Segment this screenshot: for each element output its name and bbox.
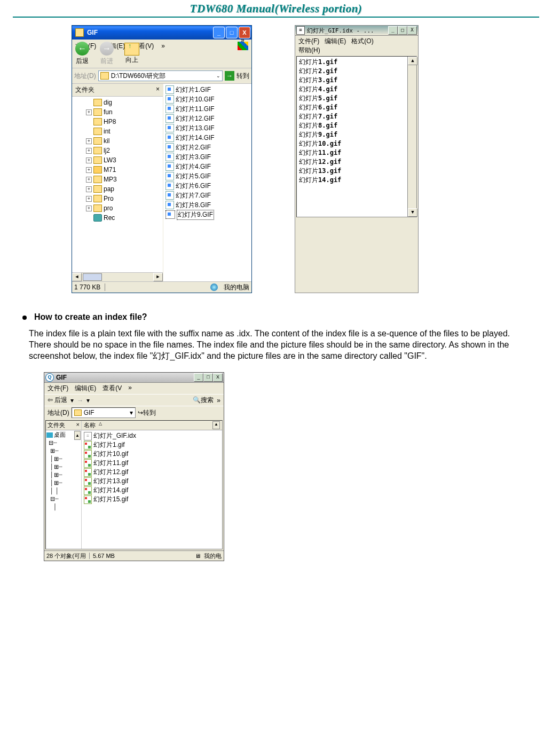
- file-item[interactable]: 幻灯片11.GIF: [165, 104, 249, 114]
- back-label: 后退: [76, 57, 89, 66]
- file-item[interactable]: 幻灯片5.GIF: [165, 171, 249, 181]
- tree-item[interactable]: dig: [74, 98, 163, 107]
- tree-item[interactable]: +fun: [74, 107, 163, 117]
- back-dropdown[interactable]: ▾: [70, 397, 74, 404]
- minimize-button[interactable]: _: [213, 27, 225, 38]
- section-body: The index file is a plain text file with…: [29, 328, 529, 361]
- notepad-text-area[interactable]: 幻灯片1.gif 幻灯片2.gif 幻灯片3.gif 幻灯片4.gif 幻灯片5…: [297, 57, 407, 217]
- image-file-icon: [165, 172, 174, 180]
- menu-format[interactable]: 格式(O): [351, 37, 373, 45]
- tree-item[interactable]: +pro: [74, 203, 163, 213]
- back-button[interactable]: ← 后退: [75, 42, 89, 66]
- address-path: D:\TDW660\研究部: [111, 72, 165, 81]
- menu-file[interactable]: 文件(F): [48, 384, 68, 393]
- file-item[interactable]: 幻灯片14.gif: [84, 486, 220, 495]
- notepad-titlebar[interactable]: ≡ 幻灯片_GIF.idx - ... _ □ X: [295, 26, 418, 36]
- image-file-icon: [165, 191, 174, 200]
- file-item[interactable]: 幻灯片4.GIF: [165, 162, 249, 171]
- maximize-button[interactable]: □: [203, 373, 213, 382]
- file-item[interactable]: 幻灯片12.gif: [84, 468, 220, 477]
- file-item[interactable]: 幻灯片1.GIF: [165, 85, 249, 94]
- notepad-title: 幻灯片_GIF.idx - ...: [307, 27, 374, 35]
- menu-view[interactable]: 查看(V: [102, 384, 122, 393]
- tree-item[interactable]: +LW3: [74, 155, 163, 165]
- tree-close-icon[interactable]: ×: [76, 421, 80, 429]
- menu-file[interactable]: 文件(F): [298, 37, 319, 45]
- titlebar[interactable]: Q GIF _ □ X: [44, 373, 224, 383]
- maximize-button[interactable]: □: [226, 27, 238, 38]
- tree-item[interactable]: +lj2: [74, 146, 163, 155]
- window-title: GIF: [56, 374, 67, 381]
- address-label: 地址(D): [48, 408, 69, 418]
- up-button[interactable]: 向上: [124, 43, 139, 65]
- menu-more[interactable]: »: [128, 384, 132, 393]
- menu-edit[interactable]: 编辑(E): [325, 37, 346, 45]
- notepad-window: ≡ 幻灯片_GIF.idx - ... _ □ X 文件(F) 编辑(E) 格式…: [295, 25, 419, 293]
- file-item[interactable]: 幻灯片1.gif: [84, 440, 220, 450]
- tree-item[interactable]: +pap: [74, 184, 163, 194]
- toolbar-more[interactable]: »: [241, 36, 245, 44]
- section-heading-text: How to create an index file?: [34, 312, 147, 322]
- file-item[interactable]: 幻灯片7.GIF: [165, 191, 249, 200]
- file-item[interactable]: 幻灯片10.gif: [84, 450, 220, 459]
- file-item[interactable]: 幻灯片9.GIF: [165, 210, 249, 219]
- file-item[interactable]: 幻灯片13.GIF: [165, 123, 249, 133]
- tree-scrollbar[interactable]: ◄►: [72, 272, 163, 281]
- tree-item[interactable]: HP8: [74, 117, 163, 127]
- tree-item[interactable]: +kil: [74, 136, 163, 146]
- notepad-scrollbar[interactable]: ▲▼: [407, 57, 416, 217]
- maximize-button[interactable]: □: [398, 26, 407, 35]
- file-item[interactable]: 幻灯片8.GIF: [165, 200, 249, 210]
- address-input[interactable]: D:\TDW660\研究部 ⌄: [98, 70, 223, 81]
- file-item[interactable]: 幻灯片15.gif: [84, 495, 220, 504]
- back-button[interactable]: ⇦ 后退: [48, 396, 67, 405]
- status-location: 我的电: [204, 552, 222, 560]
- titlebar[interactable]: GIF _ □ X: [72, 26, 251, 40]
- file-item[interactable]: 幻灯片2.GIF: [165, 143, 249, 152]
- file-item[interactable]: 幻灯片11.gif: [84, 459, 220, 468]
- minimize-button[interactable]: _: [388, 26, 398, 35]
- menu-more[interactable]: »: [161, 42, 165, 50]
- desktop-icon: [46, 432, 53, 438]
- go-button[interactable]: →: [225, 71, 234, 81]
- scroll-up-button[interactable]: ▲: [212, 421, 220, 429]
- tree-pane: 文件夹× 桌面▲ ⊟┈ ⊞┈ │⊞┈ │⊞┈ │⊞┈ │⊞┈ │ │ ⊟┈ │: [46, 421, 82, 549]
- computer-icon: 🖥: [195, 553, 201, 559]
- toolbar: ⇦ 后退 ▾ → ▾ 🔍搜索 »: [44, 394, 224, 406]
- tree-title: 文件夹: [48, 421, 65, 429]
- search-button[interactable]: 🔍搜索: [193, 396, 214, 405]
- file-item[interactable]: 幻灯片12.GIF: [165, 114, 249, 123]
- file-item[interactable]: 幻灯片6.GIF: [165, 181, 249, 191]
- image-file-icon: [165, 95, 174, 104]
- menu-edit[interactable]: 编辑(E): [75, 384, 96, 393]
- image-file-icon: [165, 124, 174, 132]
- tree-item[interactable]: int: [74, 127, 163, 136]
- tree-item[interactable]: Rec: [74, 213, 163, 223]
- address-input[interactable]: GIF ▾: [72, 407, 136, 418]
- dropdown-icon[interactable]: ▾: [130, 409, 133, 416]
- go-button[interactable]: ↪转到: [138, 408, 156, 418]
- tree-item[interactable]: 桌面▲: [46, 431, 81, 439]
- forward-button[interactable]: →: [77, 397, 83, 404]
- image-file-icon: [165, 153, 174, 161]
- gif-file-icon: [84, 441, 92, 450]
- tree-item[interactable]: +Pro: [74, 194, 163, 203]
- toolbar-more[interactable]: »: [217, 397, 220, 404]
- close-button[interactable]: X: [213, 373, 223, 382]
- file-item[interactable]: 幻灯片14.GIF: [165, 133, 249, 143]
- dropdown-icon[interactable]: ⌄: [216, 73, 220, 78]
- menu-help[interactable]: 帮助(H): [298, 46, 320, 54]
- image-file-icon: [165, 143, 174, 152]
- close-button[interactable]: X: [407, 26, 417, 35]
- forward-button[interactable]: → 前进: [100, 42, 114, 66]
- file-item[interactable]: 幻灯片10.GIF: [165, 94, 249, 104]
- tree-close-icon[interactable]: ×: [156, 85, 160, 94]
- file-item[interactable]: 幻灯片13.gif: [84, 477, 220, 486]
- column-header-name[interactable]: 名称: [84, 421, 96, 429]
- tree-item[interactable]: +M71: [74, 165, 163, 175]
- tree-item[interactable]: +MP3: [74, 175, 163, 184]
- folder-icon: [100, 72, 109, 80]
- minimize-button[interactable]: _: [194, 373, 203, 382]
- file-item[interactable]: 幻灯片3.GIF: [165, 152, 249, 162]
- file-item[interactable]: ≡幻灯片_GIF.idx: [84, 431, 220, 440]
